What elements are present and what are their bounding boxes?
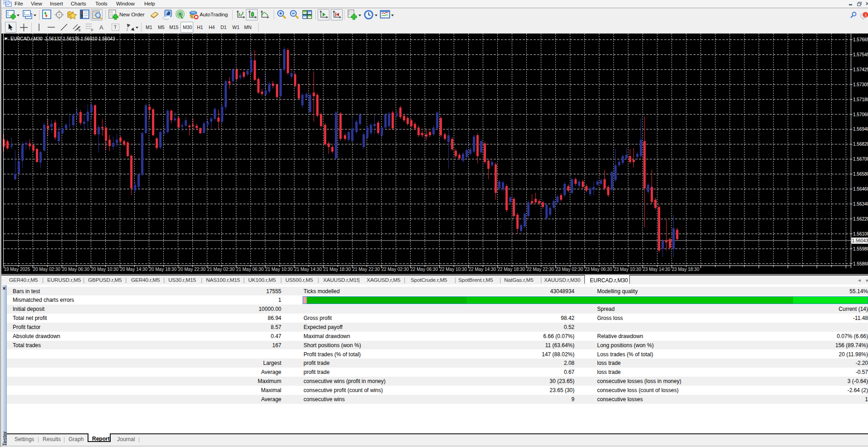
svg-text:22 May 10:30: 22 May 10:30 bbox=[439, 267, 467, 272]
svg-text:22 May 06:30: 22 May 06:30 bbox=[410, 267, 438, 272]
svg-text:23 May 10:30: 23 May 10:30 bbox=[613, 267, 641, 272]
svg-text:1.57665: 1.57665 bbox=[853, 37, 868, 42]
svg-text:1.56700: 1.56700 bbox=[853, 157, 868, 162]
svg-text:1.57060: 1.57060 bbox=[853, 112, 868, 117]
svg-text:1.56220: 1.56220 bbox=[853, 216, 868, 221]
svg-text:1.56340: 1.56340 bbox=[853, 201, 868, 206]
svg-text:20 May 22:30: 20 May 22:30 bbox=[178, 267, 206, 272]
svg-text:1.56580: 1.56580 bbox=[853, 172, 868, 177]
svg-text:21 May 06:30: 21 May 06:30 bbox=[236, 267, 264, 272]
svg-text:23 May 14:30: 23 May 14:30 bbox=[642, 267, 670, 272]
svg-text:1.56940: 1.56940 bbox=[853, 127, 868, 132]
svg-text:21 May 18:30: 21 May 18:30 bbox=[323, 267, 351, 272]
svg-text:21 May 02:30: 21 May 02:30 bbox=[207, 267, 235, 272]
svg-text:22 May 22:30: 22 May 22:30 bbox=[526, 267, 554, 272]
svg-text:22 May 14:30: 22 May 14:30 bbox=[468, 267, 496, 272]
svg-text:22 May 18:30: 22 May 18:30 bbox=[497, 267, 525, 272]
svg-text:EURCAD.r,M30 1.56132 1.56135: EURCAD.r,M30 1.56132 1.56135 1.56010 1.5… bbox=[10, 36, 115, 41]
svg-text:22 May 02:30: 22 May 02:30 bbox=[381, 267, 409, 272]
svg-text:1.57305: 1.57305 bbox=[853, 82, 868, 87]
svg-text:23 May 02:30: 23 May 02:30 bbox=[555, 267, 583, 272]
svg-text:20 May 18:30: 20 May 18:30 bbox=[149, 267, 177, 272]
svg-text:1.56820: 1.56820 bbox=[853, 142, 868, 147]
svg-text:1.56100: 1.56100 bbox=[853, 231, 868, 236]
svg-text:1.55860: 1.55860 bbox=[853, 261, 868, 266]
svg-text:1.57425: 1.57425 bbox=[853, 67, 868, 72]
svg-text:F: F bbox=[91, 28, 93, 32]
svg-text:E: E bbox=[78, 28, 81, 32]
svg-text:19 May 2025: 19 May 2025 bbox=[4, 267, 30, 272]
svg-text:1: 1 bbox=[865, 13, 867, 17]
svg-text:21 May 22:30: 21 May 22:30 bbox=[352, 267, 380, 272]
svg-text:T: T bbox=[114, 25, 117, 30]
svg-text:20 May 06:30: 20 May 06:30 bbox=[62, 267, 89, 272]
svg-text:21 May 10:30: 21 May 10:30 bbox=[265, 267, 293, 272]
svg-text:20 May 14:30: 20 May 14:30 bbox=[120, 267, 147, 272]
svg-text:1.57545: 1.57545 bbox=[853, 52, 868, 57]
svg-text:1.56043: 1.56043 bbox=[852, 238, 868, 243]
svg-text:23 May 06:30: 23 May 06:30 bbox=[584, 267, 612, 272]
svg-text:20 May 02:30: 20 May 02:30 bbox=[33, 267, 60, 272]
svg-text:23 May 18:30: 23 May 18:30 bbox=[672, 267, 699, 272]
svg-text:21 May 14:30: 21 May 14:30 bbox=[294, 267, 322, 272]
svg-text:20 May 10:30: 20 May 10:30 bbox=[91, 267, 118, 272]
svg-text:1.57180: 1.57180 bbox=[853, 97, 868, 102]
svg-text:1.55980: 1.55980 bbox=[853, 246, 868, 251]
svg-text:1.56460: 1.56460 bbox=[853, 187, 868, 192]
